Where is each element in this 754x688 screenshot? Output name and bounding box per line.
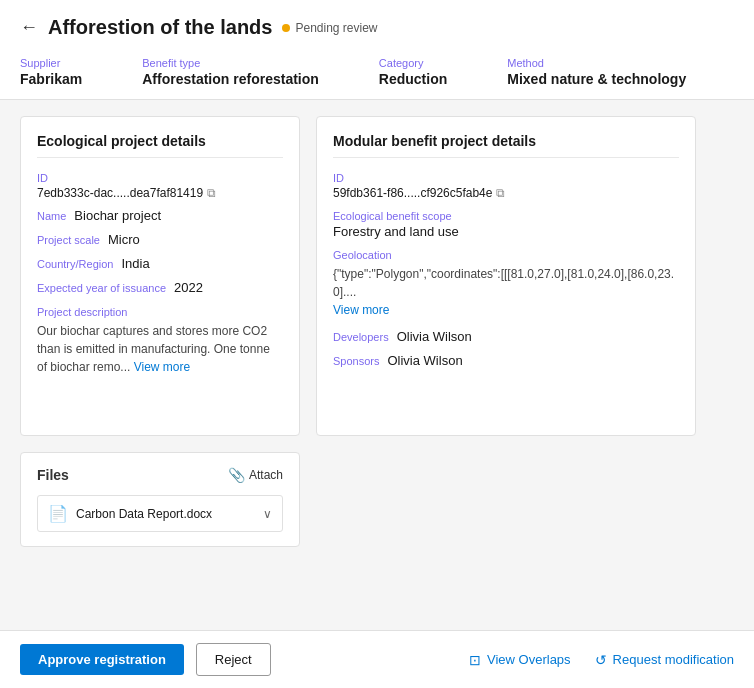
benefit-type-label: Benefit type xyxy=(142,57,319,69)
page-title: Afforestion of the lands xyxy=(48,16,272,39)
mod-dev-row: Developers Olivia Wilson xyxy=(333,329,679,345)
eco-year-label: Expected year of issuance xyxy=(37,282,166,294)
mod-geo-label: Geolocation xyxy=(333,249,679,261)
method-meta: Method Mixed nature & technology xyxy=(507,57,686,87)
ecological-card-title: Ecological project details xyxy=(37,133,283,158)
eco-view-more[interactable]: View more xyxy=(134,360,190,374)
mod-sponsors-label: Sponsors xyxy=(333,355,379,367)
files-card: Files 📎 Attach 📄 Carbon Data Report.docx… xyxy=(20,452,300,547)
supplier-meta: Supplier Fabrikam xyxy=(20,57,82,87)
eco-desc-label: Project description xyxy=(37,306,283,318)
mod-id-label: ID xyxy=(333,172,679,184)
file-doc-icon: 📄 xyxy=(48,504,68,523)
chevron-down-icon[interactable]: ∨ xyxy=(263,507,272,521)
approve-button[interactable]: Approve registration xyxy=(20,644,184,675)
supplier-value: Fabrikam xyxy=(20,71,82,87)
attach-label: Attach xyxy=(249,468,283,482)
eco-scale-row: Project scale Micro xyxy=(37,232,283,248)
category-label: Category xyxy=(379,57,447,69)
file-name: Carbon Data Report.docx xyxy=(76,507,212,521)
eco-scale-label: Project scale xyxy=(37,234,100,246)
bottom-bar: Approve registration Reject ⊡ View Overl… xyxy=(0,630,754,688)
mod-geo-view-more[interactable]: View more xyxy=(333,303,389,317)
mod-scope-value: Forestry and land use xyxy=(333,224,679,239)
method-value: Mixed nature & technology xyxy=(507,71,686,87)
files-header: Files 📎 Attach xyxy=(37,467,283,483)
eco-year-value: 2022 xyxy=(174,280,203,295)
eco-name-row: Name Biochar project xyxy=(37,208,283,224)
eco-desc-text: Our biochar captures and stores more CO2… xyxy=(37,322,283,376)
request-modification-button[interactable]: ↺ Request modification xyxy=(595,652,734,668)
category-meta: Category Reduction xyxy=(379,57,447,87)
mod-sponsors-row: Sponsors Olivia Wilson xyxy=(333,353,679,369)
mod-id-copy-icon[interactable]: ⧉ xyxy=(496,186,505,200)
eco-country-label: Country/Region xyxy=(37,258,113,270)
attach-icon: 📎 xyxy=(228,467,245,483)
status-dot xyxy=(282,24,290,32)
status-label: Pending review xyxy=(295,21,377,35)
modular-card-title: Modular benefit project details xyxy=(333,133,679,158)
attach-button[interactable]: 📎 Attach xyxy=(228,467,283,483)
eco-id-label: ID xyxy=(37,172,283,184)
eco-id-text: 7edb333c-dac.....dea7faf81419 xyxy=(37,186,203,200)
files-title: Files xyxy=(37,467,69,483)
eco-name-value: Biochar project xyxy=(74,208,161,223)
benefit-type-value: Afforestation reforestation xyxy=(142,71,319,87)
request-mod-label: Request modification xyxy=(613,652,734,667)
mod-id-value: 59fdb361-f86.....cf926c5fab4e ⧉ xyxy=(333,186,679,200)
eco-id-copy-icon[interactable]: ⧉ xyxy=(207,186,216,200)
eco-name-label: Name xyxy=(37,210,66,222)
supplier-label: Supplier xyxy=(20,57,82,69)
mod-dev-value: Olivia Wilson xyxy=(397,329,472,344)
mod-sponsors-value: Olivia Wilson xyxy=(387,353,462,368)
file-item[interactable]: 📄 Carbon Data Report.docx ∨ xyxy=(37,495,283,532)
benefit-type-meta: Benefit type Afforestation reforestation xyxy=(142,57,319,87)
meta-row: Supplier Fabrikam Benefit type Afforesta… xyxy=(20,49,734,87)
eco-year-row: Expected year of issuance 2022 xyxy=(37,280,283,296)
view-overlaps-label: View Overlaps xyxy=(487,652,571,667)
file-left: 📄 Carbon Data Report.docx xyxy=(48,504,212,523)
ecological-project-card: Ecological project details ID 7edb333c-d… xyxy=(20,116,300,436)
eco-country-value: India xyxy=(121,256,149,271)
status-badge: Pending review xyxy=(282,21,377,35)
view-overlaps-icon: ⊡ xyxy=(469,652,481,668)
content-area: Ecological project details ID 7edb333c-d… xyxy=(0,100,754,563)
category-value: Reduction xyxy=(379,71,447,87)
header: ← Afforestion of the lands Pending revie… xyxy=(0,0,754,100)
mod-geo-text: {"type":"Polygon","coordinates":[[[81.0,… xyxy=(333,265,679,319)
request-mod-icon: ↺ xyxy=(595,652,607,668)
modular-benefit-card: Modular benefit project details ID 59fdb… xyxy=(316,116,696,436)
eco-country-row: Country/Region India xyxy=(37,256,283,272)
mod-scope-label: Ecological benefit scope xyxy=(333,210,679,222)
eco-scale-value: Micro xyxy=(108,232,140,247)
back-button[interactable]: ← xyxy=(20,17,38,38)
reject-button[interactable]: Reject xyxy=(196,643,271,676)
view-overlaps-button[interactable]: ⊡ View Overlaps xyxy=(469,652,571,668)
mod-id-text: 59fdb361-f86.....cf926c5fab4e xyxy=(333,186,492,200)
method-label: Method xyxy=(507,57,686,69)
mod-dev-label: Developers xyxy=(333,331,389,343)
eco-id-value: 7edb333c-dac.....dea7faf81419 ⧉ xyxy=(37,186,283,200)
